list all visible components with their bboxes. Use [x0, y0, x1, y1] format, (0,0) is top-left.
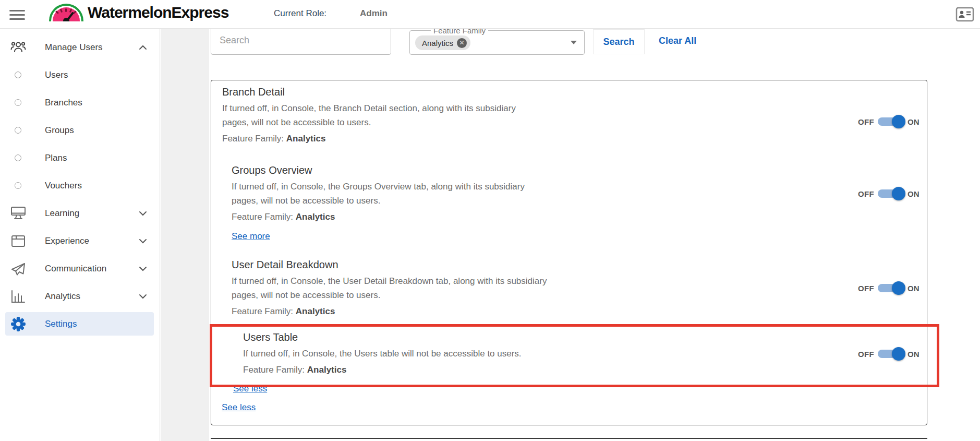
sidebar-item-label: Plans — [45, 153, 67, 163]
profile-card-icon[interactable] — [955, 7, 974, 22]
chevron-up-icon — [139, 43, 147, 52]
hamburger-menu-icon[interactable] — [9, 7, 25, 21]
chip-label: Analytics — [422, 39, 453, 47]
sidebar-item-label: Settings — [45, 319, 77, 329]
chevron-down-icon — [139, 292, 147, 301]
panel-area — [209, 80, 980, 441]
toggle-branch-detail: OFF ON — [858, 115, 919, 128]
sidebar-item-users[interactable]: Users — [0, 61, 160, 89]
users-group-icon — [10, 40, 26, 55]
radio-circle-icon — [15, 99, 21, 106]
toggle-switch[interactable] — [875, 347, 908, 361]
toggle-on-label: ON — [908, 284, 919, 293]
toggle-users-table: OFF ON — [858, 347, 919, 361]
radio-circle-icon — [15, 71, 21, 78]
main-content: Feature Family Analytics ✕ Search Clear … — [209, 0, 980, 441]
feature-family-select[interactable]: Feature Family Analytics ✕ — [409, 30, 585, 55]
sidebar-nav: Manage Users Users Branches Groups Plans… — [0, 29, 160, 441]
chip-remove-icon[interactable]: ✕ — [457, 38, 467, 48]
chevron-down-icon — [139, 264, 147, 273]
sidebar-item-branches[interactable]: Branches — [0, 89, 160, 116]
sidebar-item-communication[interactable]: Communication — [0, 255, 160, 282]
monitor-icon — [10, 206, 26, 221]
toggle-off-label: OFF — [858, 189, 874, 198]
sidebar-item-plans[interactable]: Plans — [0, 144, 160, 172]
sidebar-item-manage-users[interactable]: Manage Users — [0, 33, 160, 61]
app-header: WatermelonExpress Current Role: Admin — [0, 0, 980, 29]
sidebar-item-label: Vouchers — [45, 181, 82, 191]
sidebar-item-settings[interactable]: Settings — [5, 312, 154, 336]
radio-circle-icon — [15, 127, 21, 134]
toggle-user-detail-breakdown: OFF ON — [858, 281, 919, 295]
watermelon-speedometer-icon — [49, 4, 83, 21]
current-role-label: Current Role: — [274, 8, 326, 19]
toggle-on-label: ON — [908, 189, 919, 198]
sidebar-item-groups[interactable]: Groups — [0, 116, 160, 144]
toggle-switch[interactable] — [875, 281, 908, 295]
sidebar-item-label: Analytics — [45, 291, 80, 302]
dropdown-caret-icon — [571, 41, 577, 44]
bar-chart-icon — [10, 289, 26, 304]
toggle-off-label: OFF — [858, 350, 874, 359]
brand-name: WatermelonExpress — [88, 4, 228, 21]
search-button[interactable]: Search — [593, 29, 645, 54]
clear-all-link[interactable]: Clear All — [659, 35, 696, 46]
toggle-switch[interactable] — [875, 187, 908, 200]
radio-circle-icon — [15, 182, 21, 189]
sidebar-item-label: Experience — [45, 236, 89, 246]
content-gutter — [161, 29, 209, 441]
toggle-on-label: ON — [908, 117, 919, 126]
sidebar-item-experience[interactable]: Experience — [0, 227, 160, 255]
current-role-value: Admin — [360, 8, 388, 19]
sidebar-item-vouchers[interactable]: Vouchers — [0, 172, 160, 199]
sidebar-item-learning[interactable]: Learning — [0, 199, 160, 227]
sidebar-item-label: Learning — [45, 208, 79, 219]
toggle-switch[interactable] — [875, 115, 908, 128]
gear-icon — [10, 316, 26, 332]
window-icon — [10, 233, 26, 249]
sidebar-item-analytics[interactable]: Analytics — [0, 282, 160, 310]
radio-circle-icon — [15, 154, 21, 161]
sidebar-item-label: Communication — [45, 264, 106, 274]
chevron-down-icon — [139, 209, 147, 218]
sidebar-item-label: Users — [45, 70, 68, 80]
paper-plane-icon — [10, 261, 26, 277]
next-panel-top-edge — [211, 438, 927, 441]
toggle-on-label: ON — [908, 350, 919, 359]
brand-logo: WatermelonExpress — [49, 4, 228, 21]
sidebar-item-label: Manage Users — [45, 42, 103, 53]
selected-filter-chip: Analytics ✕ — [415, 35, 470, 50]
sidebar-item-label: Groups — [45, 125, 74, 136]
chevron-down-icon — [139, 236, 147, 246]
search-input[interactable] — [211, 26, 391, 55]
toggle-off-label: OFF — [858, 284, 874, 293]
toggle-groups-overview: OFF ON — [858, 187, 919, 200]
sidebar-item-label: Branches — [45, 98, 82, 108]
toggle-off-label: OFF — [858, 117, 874, 126]
